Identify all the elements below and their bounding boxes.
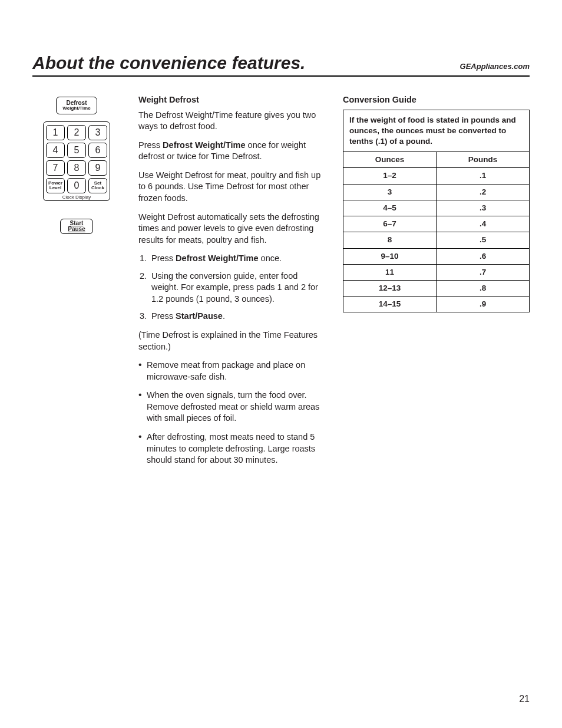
conversion-guide-heading: Conversion Guide [343,94,530,106]
key-power-level: Power Level [46,178,65,193]
keypad-sidebar: Defrost Weight/Time 1 2 3 4 5 6 7 8 9 Po… [32,94,121,234]
conversion-table: If the weight of food is stated in pound… [343,110,530,313]
key-3: 3 [88,125,107,140]
tip-3: After defrosting, most meats need to sta… [138,431,325,466]
table-row: 8.5 [343,232,530,248]
th-ounces: Ounces [343,152,437,168]
tip-2: When the oven signals, turn the food ove… [138,390,325,424]
start-pause-button: Start Pause [60,219,93,234]
defrost-label-2: Weight/Time [62,106,90,111]
defrost-button: Defrost Weight/Time [56,97,97,114]
site-link: GEAppliances.com [460,62,530,71]
p-intro: The Defrost Weight/Time feature gives yo… [138,110,325,133]
key-5: 5 [67,143,86,158]
left-column: Weight Defrost The Defrost Weight/Time f… [138,94,325,473]
steps-list: Press Defrost Weight/Time once. Using th… [138,253,325,322]
tips-list: Remove meat from package and place on mi… [138,360,325,466]
key-8: 8 [67,160,86,176]
table-caption: If the weight of food is stated in pound… [343,110,530,152]
table-row: 12–13.8 [343,280,530,296]
key-9: 9 [88,160,107,176]
table-row: 14–15.9 [343,297,530,312]
key-6: 6 [88,143,107,158]
step-2: Using the conversion guide, enter food w… [149,271,325,305]
content: Defrost Weight/Time 1 2 3 4 5 6 7 8 9 Po… [32,94,530,473]
key-1: 1 [46,125,65,140]
tip-1: Remove meat from package and place on mi… [138,360,325,383]
key-0: 0 [67,178,86,193]
table-row: 6–7.4 [343,216,530,232]
key-4: 4 [46,143,65,158]
clock-display-label: Clock Display [44,195,110,200]
step-1: Press Defrost Weight/Time once. [149,253,325,265]
key-set-clock: Set Clock [88,178,107,193]
p-use: Use Weight Defrost for meat, poultry and… [138,170,325,205]
keypad-frame: 1 2 3 4 5 6 7 8 9 Power Level 0 Set Cloc… [43,121,110,201]
page-title: About the convenience features. [32,53,305,73]
table-row: 1–2.1 [343,168,530,184]
p-press: Press Defrost Weight/Time once for weigh… [138,140,325,163]
p-auto: Weight Defrost automatically sets the de… [138,212,325,246]
table-row: 11.7 [343,264,530,280]
key-2: 2 [67,125,86,140]
table-row: 9–10.6 [343,248,530,264]
table-row: 3.2 [343,184,530,200]
keypad: 1 2 3 4 5 6 7 8 9 Power Level 0 Set Cloc… [46,125,107,193]
weight-defrost-heading: Weight Defrost [138,94,325,106]
step-3: Press Start/Pause. [149,311,325,322]
p-note: (Time Defrost is explained in the Time F… [138,330,325,353]
right-column: Conversion Guide If the weight of food i… [343,94,530,473]
th-pounds: Pounds [437,152,530,168]
page-header: About the convenience features. GEApplia… [32,53,530,77]
key-7: 7 [46,160,65,176]
table-row: 4–5.3 [343,200,530,216]
main-columns: Weight Defrost The Defrost Weight/Time f… [138,94,530,473]
page-number: 21 [519,694,530,704]
